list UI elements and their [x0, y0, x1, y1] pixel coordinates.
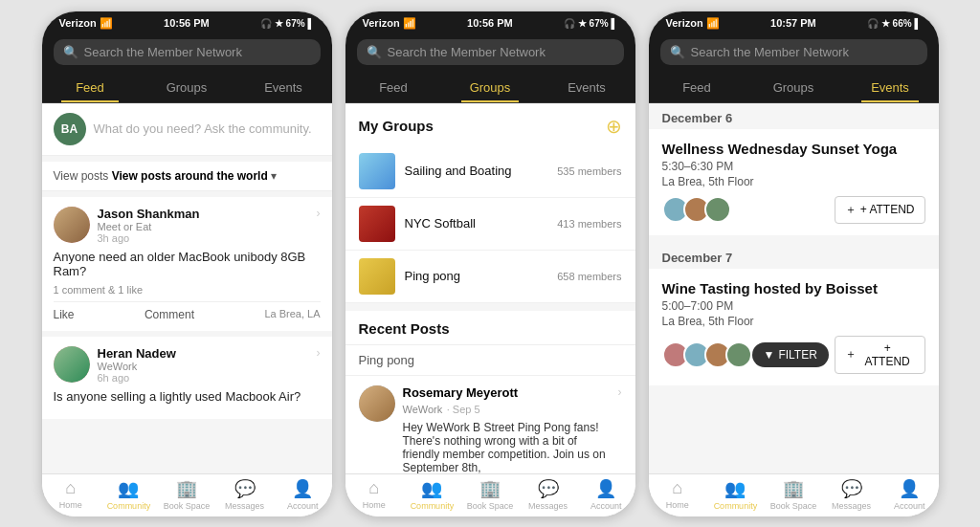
my-groups-title: My Groups [359, 118, 434, 134]
events-content: December 6 Wellness Wednesday Sunset Yog… [649, 103, 939, 473]
nav-account-2[interactable]: 👤 Account [577, 478, 635, 511]
nav-account-3[interactable]: 👤 Account [880, 478, 939, 511]
home-icon-2: ⌂ [368, 478, 379, 498]
tab-groups-2[interactable]: Groups [442, 73, 539, 102]
event-title-2: Wine Tasting hosted by Boisset [662, 280, 925, 296]
attendee-avatars-2 [662, 341, 752, 368]
tab-feed-2[interactable]: Feed [345, 73, 442, 102]
nav-messages-3[interactable]: 💬 Messages [822, 478, 880, 511]
rp-author-1: Rosemary Meyerott [403, 385, 611, 400]
nav-bookspace-2[interactable]: 🏢 Book Space [461, 478, 520, 511]
post-time-2: 6h ago [98, 372, 309, 384]
post-body-2: Is anyone selling a lightly used Macbook… [54, 389, 321, 404]
comment-btn-1[interactable]: Comment [145, 308, 194, 321]
search-bar-2[interactable]: 🔍 Search the Member Network [345, 33, 635, 73]
post-author-2: Heran Nadew [98, 346, 309, 361]
group-name-1: Sailing and Boating [405, 164, 558, 178]
search-placeholder-1: Search the Member Network [84, 45, 242, 59]
tab-groups-1[interactable]: Groups [139, 73, 235, 102]
post-location-1: La Brea, LA [264, 308, 320, 321]
filter-icon: ▼ [764, 348, 775, 362]
bookspace-icon-3: 🏢 [783, 478, 804, 499]
bottom-nav-2: ⌂ Home 👥 Community 🏢 Book Space 💬 Messag… [345, 473, 635, 516]
nav-account-label-3: Account [894, 501, 925, 511]
filter-btn[interactable]: ▼ FILTER [752, 342, 829, 367]
nav-bookspace-1[interactable]: 🏢 Book Space [158, 478, 216, 511]
nav-home-2[interactable]: ⌂ Home [345, 478, 404, 511]
status-bar-2: Verizon 📶 10:56 PM 🎧 ★ 67% ▌ [345, 11, 635, 33]
nav-community-3[interactable]: 👥 Community [706, 478, 765, 511]
post-body-1: Anyone need an older MacBook unibody 8GB… [54, 250, 321, 278]
messages-icon-3: 💬 [841, 478, 862, 499]
group-name-2: NYC Softball [405, 216, 558, 231]
nav-account-1[interactable]: 👤 Account [274, 478, 332, 511]
recent-post-tag[interactable]: Ping pong [345, 345, 635, 376]
tabs-3: Feed Groups Events [649, 73, 939, 103]
nav-bookspace-label-2: Book Space [467, 501, 514, 511]
post-subtitle-1: Meet or Eat [98, 221, 309, 232]
nav-community-label-3: Community [714, 501, 758, 511]
carrier-2: Verizon 📶 [363, 17, 416, 30]
add-group-btn[interactable]: ⊕ [606, 115, 622, 138]
nav-bookspace-label-3: Book Space [770, 501, 817, 511]
event-card-1: Wellness Wednesday Sunset Yoga 5:30–6:30… [649, 129, 939, 235]
tab-feed-1[interactable]: Feed [42, 73, 139, 102]
chevron-icon-2: › [317, 346, 321, 360]
post-actions-1: Like Comment La Brea, LA [54, 301, 321, 321]
account-icon-2: 👤 [595, 478, 616, 499]
bottom-nav-3: ⌂ Home 👥 Community 🏢 Book Space 💬 Messag… [649, 473, 939, 516]
home-icon-3: ⌂ [672, 478, 682, 498]
nav-home-3[interactable]: ⌂ Home [649, 478, 707, 511]
community-icon-3: 👥 [724, 478, 746, 499]
nav-home-1[interactable]: ⌂ Home [42, 478, 100, 511]
post-subtitle-2: WeWork [98, 361, 309, 372]
phone-events: Verizon 📶 10:57 PM 🎧 ★ 66% ▌ 🔍 Search th… [648, 11, 940, 517]
recent-post-item-1: Rosemary Meyerott WeWork · Sep 5 Hey WeW… [345, 376, 635, 473]
nav-account-label-2: Account [590, 501, 622, 511]
rp-date-1: · Sep 5 [447, 404, 480, 415]
group-thumb-3 [359, 258, 395, 295]
tab-feed-3[interactable]: Feed [649, 73, 746, 102]
messages-icon-1: 💬 [234, 478, 256, 499]
attend-label-1: + ATTEND [860, 203, 915, 216]
search-bar-3[interactable]: 🔍 Search the Member Network [649, 33, 939, 73]
search-placeholder-3: Search the Member Network [691, 45, 849, 59]
attend-btn-2[interactable]: ＋ + ATTEND [835, 336, 925, 374]
status-bar-1: Verizon 📶 10:56 PM 🎧 ★ 67% ▌ [42, 11, 332, 33]
view-posts-bar[interactable]: View posts View posts around the world ▾ [42, 162, 332, 191]
like-btn-1[interactable]: Like [54, 308, 75, 321]
group-item-1[interactable]: Sailing and Boating 535 members [345, 145, 635, 198]
battery-2: 🎧 ★ 67% ▌ [564, 18, 617, 29]
tabs-2: Feed Groups Events [345, 73, 635, 103]
community-icon-1: 👥 [118, 478, 139, 499]
group-item-2[interactable]: NYC Softball 413 members [345, 198, 635, 251]
tab-events-3[interactable]: Events [842, 73, 939, 102]
post-avatar-2 [54, 346, 90, 383]
nav-messages-1[interactable]: 💬 Messages [215, 478, 274, 511]
nav-community-1[interactable]: 👥 Community [100, 478, 158, 511]
search-placeholder-2: Search the Member Network [388, 45, 546, 59]
divider-1 [345, 303, 635, 311]
recent-posts-section: Recent Posts Ping pong Rosemary Meyerott… [345, 311, 635, 473]
group-item-3[interactable]: Ping pong 658 members [345, 251, 635, 303]
carrier-1: Verizon 📶 [59, 17, 113, 30]
nav-home-label-3: Home [666, 500, 689, 510]
tab-events-2[interactable]: Events [539, 73, 635, 102]
event-location-1: La Brea, 5th Floor [662, 175, 925, 188]
filter-label: FILTER [778, 348, 816, 362]
tab-groups-3[interactable]: Groups [746, 73, 842, 102]
nav-home-label-1: Home [59, 500, 82, 510]
attend-icon-2: ＋ [845, 346, 857, 362]
nav-messages-2[interactable]: 💬 Messages [519, 478, 577, 511]
group-members-1: 535 members [557, 165, 621, 177]
rp-avatar-1 [359, 385, 395, 422]
event-title-1: Wellness Wednesday Sunset Yoga [662, 141, 925, 157]
post-input-area[interactable]: BA What do you need? Ask the community. [42, 103, 332, 156]
feed-post-1: Jason Shankman Meet or Eat 3h ago › Anyo… [42, 197, 332, 331]
tab-events-1[interactable]: Events [235, 73, 332, 102]
search-bar-1[interactable]: 🔍 Search the Member Network [42, 33, 332, 73]
nav-bookspace-3[interactable]: 🏢 Book Space [765, 478, 823, 511]
attend-btn-1[interactable]: ＋ + ATTEND [835, 196, 925, 224]
nav-community-2[interactable]: 👥 Community [403, 478, 461, 511]
account-icon-3: 👤 [899, 478, 920, 499]
